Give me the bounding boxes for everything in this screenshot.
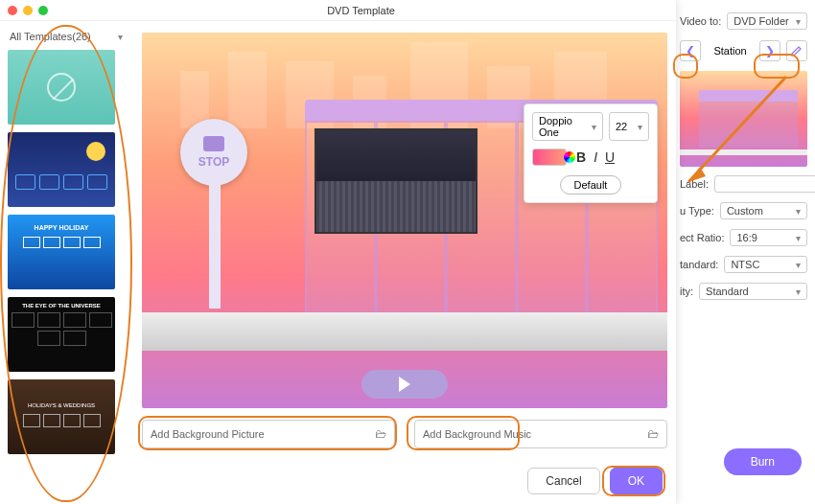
template-name: Station — [707, 45, 754, 57]
bus-icon — [203, 136, 224, 151]
font-default-button[interactable]: Default — [560, 175, 622, 195]
bus-stop-sign: STOP — [180, 119, 247, 186]
folder-icon: 🗁 — [647, 427, 659, 441]
template-thumb[interactable]: HOLIDAYS & WEDDINGS — [8, 379, 115, 454]
no-icon — [47, 73, 76, 102]
video-to-select[interactable]: DVD Folder▾ — [727, 12, 807, 30]
label-label: Label: — [680, 178, 709, 190]
tv-standard-select[interactable]: NTSC▾ — [724, 256, 807, 273]
burn-button[interactable]: Burn — [724, 448, 802, 475]
quality-label: ity: — [680, 286, 693, 297]
add-bg-picture-button[interactable]: Add Background Picture 🗁 — [142, 420, 395, 448]
aspect-ratio-select[interactable]: 16:9▾ — [730, 229, 807, 246]
aspect-ratio-label: ect Ratio: — [680, 232, 724, 243]
zoom-window-button[interactable] — [38, 6, 48, 15]
chevron-down-icon: ▾ — [118, 32, 123, 42]
folder-icon: 🗁 — [375, 427, 386, 441]
right-preview-thumb — [680, 71, 807, 167]
chevron-down-icon: ▾ — [796, 16, 801, 27]
font-size-select[interactable]: 22▾ — [609, 112, 649, 141]
window-title: DVD Template — [54, 5, 668, 16]
font-family-select[interactable]: Doppio One▾ — [532, 112, 603, 141]
template-thumb[interactable] — [8, 132, 115, 207]
menu-type-select[interactable]: Custom▾ — [720, 202, 807, 219]
bold-button[interactable]: B — [576, 149, 586, 165]
template-thumb[interactable]: THE EYE OF THE UNIVERSE — [8, 297, 115, 372]
italic-button[interactable]: I — [594, 149, 597, 165]
template-filter-dropdown[interactable]: All Templates(26)▾ — [4, 27, 128, 46]
preview-video-slot[interactable] — [314, 128, 477, 234]
dvd-template-modal: DVD Template All Templates(26)▾ HAPPY HO… — [0, 0, 676, 504]
template-next-button[interactable]: ❯ — [759, 40, 780, 61]
minimize-window-button[interactable] — [23, 6, 33, 15]
template-preview: STOP Doppio One▾ 22▾ B I — [142, 33, 667, 408]
right-panel: Video to: DVD Folder▾ ❮ Station ❯ Label:… — [671, 0, 815, 504]
template-thumb[interactable] — [8, 50, 115, 125]
video-to-label: Video to: — [680, 15, 721, 27]
template-edit-button[interactable] — [786, 40, 807, 61]
close-window-button[interactable] — [8, 6, 17, 15]
label-input[interactable] — [714, 175, 815, 193]
ok-button[interactable]: OK — [610, 468, 663, 494]
menu-type-label: u Type: — [680, 205, 714, 217]
titlebar: DVD Template — [0, 0, 676, 21]
tv-standard-label: tandard: — [680, 259, 718, 270]
font-popup: Doppio One▾ 22▾ B I U Default — [524, 103, 658, 203]
template-sidebar: All Templates(26)▾ HAPPY HOLIDAY THE EYE… — [4, 27, 128, 496]
template-thumb[interactable]: HAPPY HOLIDAY — [8, 215, 115, 289]
font-color-picker[interactable] — [532, 149, 567, 166]
underline-button[interactable]: U — [605, 149, 615, 165]
play-icon — [399, 377, 410, 392]
edit-icon — [791, 45, 803, 57]
quality-select[interactable]: Standard▾ — [699, 283, 807, 300]
cancel-button[interactable]: Cancel — [527, 468, 599, 494]
template-prev-button[interactable]: ❮ — [680, 40, 701, 61]
play-button[interactable] — [361, 370, 448, 399]
add-bg-music-button[interactable]: Add Background Music 🗁 — [414, 420, 667, 448]
